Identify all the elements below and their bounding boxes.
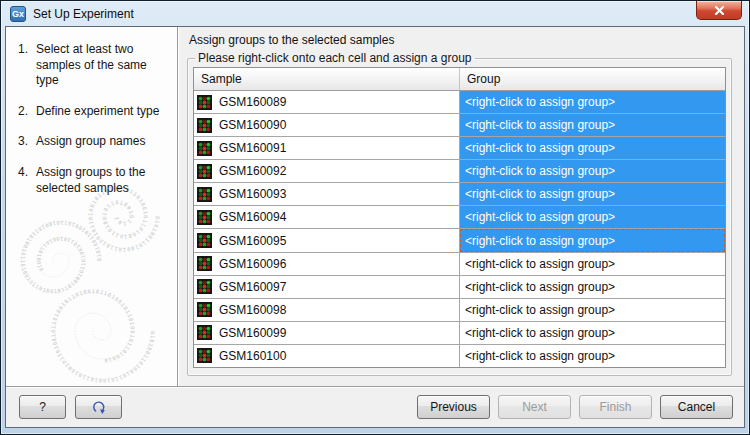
sample-name: GSM160096 [219,257,286,271]
microarray-icon [197,118,212,133]
cancel-button[interactable]: Cancel [660,395,733,419]
table-row: GSM160096 <right-click to assign group> [194,253,725,276]
column-header-sample[interactable]: Sample [194,68,460,90]
svg-text:010100110100101101001011010010: 0101001101001011010010110100101101001011… [50,288,156,384]
reset-button[interactable] [75,395,122,419]
sample-cell[interactable]: GSM160092 [194,160,460,182]
sample-cell[interactable]: GSM160089 [194,91,460,113]
column-header-group[interactable]: Group [460,68,725,90]
table-row: GSM160093 <right-click to assign group> [194,183,725,206]
table-row: GSM160095 <right-click to assign group> [194,229,725,252]
sample-name: GSM160097 [219,280,286,294]
microarray-icon [197,95,212,110]
finish-button[interactable]: Finish [579,395,652,419]
sample-name: GSM160092 [219,164,286,178]
group-cell[interactable]: <right-click to assign group> [460,206,725,228]
table-row: GSM160090 <right-click to assign group> [194,114,725,137]
next-button[interactable]: Next [498,395,571,419]
main-panel: Assign groups to the selected samples Pl… [178,27,744,386]
group-cell[interactable]: <right-click to assign group> [460,183,725,205]
setup-experiment-dialog: Gx Set Up Experiment 1. Select at least … [0,0,750,435]
sample-name: GSM160090 [219,118,286,132]
table-row: GSM160100 <right-click to assign group> [194,345,725,367]
table-row: GSM160098 <right-click to assign group> [194,299,725,322]
wizard-steps-sidebar: 1. Select at least two samples of the sa… [6,27,178,386]
title-bar[interactable]: Gx Set Up Experiment [1,1,749,26]
wizard-nav-buttons: PreviousNextFinishCancel [417,395,733,419]
sample-cell[interactable]: GSM160098 [194,299,460,321]
sample-cell[interactable]: GSM160093 [194,183,460,205]
svg-text:010100110100101101001011010010: 0101001101001011010010110100101101001011… [20,220,102,294]
step-number: 1. [18,42,36,89]
sample-cell[interactable]: GSM160099 [194,322,460,344]
table-row: GSM160089 <right-click to assign group> [194,91,725,114]
table-row: GSM160092 <right-click to assign group> [194,160,725,183]
microarray-icon [197,187,212,202]
step-number: 4. [18,165,36,196]
group-cell[interactable]: <right-click to assign group> [460,322,725,344]
microarray-icon [197,302,212,317]
table-row: GSM160091 <right-click to assign group> [194,137,725,160]
table-row: GSM160099 <right-click to assign group> [194,322,725,345]
microarray-icon [197,279,212,294]
sample-cell[interactable]: GSM160091 [194,137,460,159]
group-cell[interactable]: <right-click to assign group> [460,276,725,298]
sample-cell[interactable]: GSM160090 [194,114,460,136]
table-row: GSM160094 <right-click to assign group> [194,206,725,229]
dialog-content: 1. Select at least two samples of the sa… [5,26,745,428]
sample-name: GSM160098 [219,303,286,317]
sample-name: GSM160089 [219,95,286,109]
sample-name: GSM160094 [219,210,286,224]
group-cell[interactable]: <right-click to assign group> [460,160,725,182]
sample-cell[interactable]: GSM160094 [194,206,460,228]
step-number: 3. [18,134,36,150]
sample-name: GSM160099 [219,326,286,340]
group-cell[interactable]: <right-click to assign group> [460,229,725,251]
step-label: Define experiment type [36,104,169,120]
table-body: GSM160089 <right-click to assign group> … [194,91,725,367]
assign-group-groupbox: Please right-click onto each cell and as… [187,51,732,376]
wizard-step-1: 1. Select at least two samples of the sa… [18,42,171,89]
wizard-step-list: 1. Select at least two samples of the sa… [18,42,171,196]
group-cell[interactable]: <right-click to assign group> [460,299,725,321]
groupbox-legend: Please right-click onto each cell and as… [195,51,475,65]
microarray-icon [197,141,212,156]
help-button[interactable]: ? [19,395,66,419]
app-logo-icon: Gx [10,6,26,22]
group-cell[interactable]: <right-click to assign group> [460,114,725,136]
step-label: Assign group names [36,134,169,150]
table-row: GSM160097 <right-click to assign group> [194,276,725,299]
sample-cell[interactable]: GSM160100 [194,345,460,367]
wizard-step-2: 2. Define experiment type [18,104,171,120]
group-cell[interactable]: <right-click to assign group> [460,345,725,367]
samples-table: Sample Group GSM160089 <right-cli [193,67,726,368]
sample-name: GSM160100 [219,349,286,363]
step-label: Assign groups to the selected samples [36,165,169,196]
wizard-step-4: 4. Assign groups to the selected samples [18,165,171,196]
group-cell[interactable]: <right-click to assign group> [460,253,725,275]
step-number: 2. [18,104,36,120]
sample-name: GSM160091 [219,141,286,155]
table-header-row: Sample Group [194,68,725,91]
microarray-icon [197,256,212,271]
sample-cell[interactable]: GSM160097 [194,276,460,298]
microarray-icon [197,233,212,248]
sample-cell[interactable]: GSM160096 [194,253,460,275]
close-button[interactable] [696,1,742,20]
sample-name: GSM160093 [219,187,286,201]
close-icon [714,6,725,15]
window-title: Set Up Experiment [33,7,134,21]
previous-button[interactable]: Previous [417,395,490,419]
group-cell[interactable]: <right-click to assign group> [460,91,725,113]
microarray-icon [197,164,212,179]
wizard-step-3: 3. Assign group names [18,134,171,150]
microarray-icon [197,325,212,340]
microarray-icon [197,348,212,363]
button-bar: ? PreviousNextFinishCancel [6,386,744,427]
group-cell[interactable]: <right-click to assign group> [460,137,725,159]
page-title: Assign groups to the selected samples [189,33,732,47]
help-button-group: ? [19,395,122,419]
sample-cell[interactable]: GSM160095 [194,229,460,251]
microarray-icon [197,210,212,225]
sample-name: GSM160095 [219,234,286,248]
